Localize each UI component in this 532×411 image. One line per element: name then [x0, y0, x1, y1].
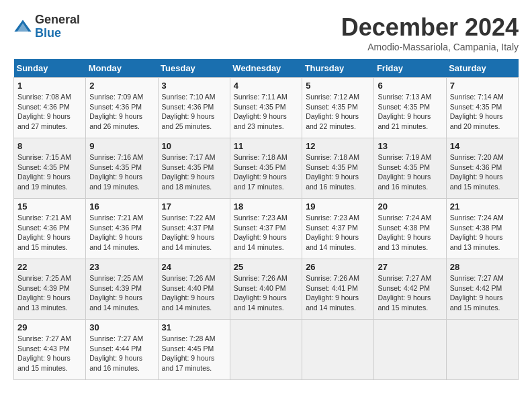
calendar-cell: 30 Sunrise: 7:27 AM Sunset: 4:44 PM Dayl… [86, 320, 158, 380]
day-number: 16 [89, 201, 154, 212]
day-header-saturday: Saturday [446, 59, 518, 78]
calendar-cell: 13 Sunrise: 7:19 AM Sunset: 4:35 PM Dayl… [374, 138, 446, 199]
day-info: Sunrise: 7:12 AM Sunset: 4:35 PM Dayligh… [306, 92, 370, 132]
day-info: Sunrise: 7:27 AM Sunset: 4:43 PM Dayligh… [17, 334, 82, 373]
day-header-thursday: Thursday [302, 59, 374, 78]
day-info: Sunrise: 7:21 AM Sunset: 4:36 PM Dayligh… [89, 213, 154, 253]
day-number: 28 [450, 262, 515, 272]
day-info: Sunrise: 7:18 AM Sunset: 4:35 PM Dayligh… [234, 152, 298, 192]
calendar-cell: 9 Sunrise: 7:16 AM Sunset: 4:35 PM Dayli… [86, 138, 158, 199]
calendar-cell: 5 Sunrise: 7:12 AM Sunset: 4:35 PM Dayli… [302, 78, 374, 138]
day-info: Sunrise: 7:28 AM Sunset: 4:45 PM Dayligh… [162, 334, 226, 373]
day-header-wednesday: Wednesday [230, 59, 302, 78]
calendar-cell: 12 Sunrise: 7:18 AM Sunset: 4:35 PM Dayl… [302, 138, 374, 199]
day-info: Sunrise: 7:15 AM Sunset: 4:35 PM Dayligh… [17, 152, 82, 192]
day-header-monday: Monday [86, 59, 158, 78]
day-info: Sunrise: 7:24 AM Sunset: 4:38 PM Dayligh… [450, 213, 515, 253]
calendar-cell: 15 Sunrise: 7:21 AM Sunset: 4:36 PM Dayl… [14, 199, 86, 259]
day-info: Sunrise: 7:25 AM Sunset: 4:39 PM Dayligh… [89, 273, 154, 313]
day-number: 14 [450, 141, 515, 151]
calendar-week-row: 8 Sunrise: 7:15 AM Sunset: 4:35 PM Dayli… [14, 138, 519, 199]
calendar-week-row: 1 Sunrise: 7:08 AM Sunset: 4:36 PM Dayli… [14, 78, 519, 138]
day-number: 18 [234, 201, 298, 212]
day-number: 29 [17, 322, 82, 332]
day-info: Sunrise: 7:14 AM Sunset: 4:35 PM Dayligh… [450, 92, 515, 132]
day-info: Sunrise: 7:11 AM Sunset: 4:35 PM Dayligh… [234, 92, 298, 132]
calendar-cell: 19 Sunrise: 7:23 AM Sunset: 4:37 PM Dayl… [302, 199, 374, 259]
calendar-cell: 21 Sunrise: 7:24 AM Sunset: 4:38 PM Dayl… [446, 199, 518, 259]
day-number: 11 [234, 141, 298, 151]
calendar-cell: 26 Sunrise: 7:26 AM Sunset: 4:41 PM Dayl… [302, 259, 374, 320]
calendar-cell [230, 320, 302, 380]
day-info: Sunrise: 7:25 AM Sunset: 4:39 PM Dayligh… [17, 273, 82, 313]
day-info: Sunrise: 7:17 AM Sunset: 4:35 PM Dayligh… [162, 152, 226, 192]
day-number: 10 [162, 141, 226, 151]
day-number: 6 [378, 81, 442, 91]
calendar-week-row: 29 Sunrise: 7:27 AM Sunset: 4:43 PM Dayl… [14, 320, 519, 380]
day-number: 7 [450, 81, 515, 91]
calendar-table: SundayMondayTuesdayWednesdayThursdayFrid… [13, 59, 519, 380]
day-number: 25 [234, 262, 298, 272]
calendar-cell: 14 Sunrise: 7:20 AM Sunset: 4:36 PM Dayl… [446, 138, 518, 199]
day-number: 4 [234, 81, 298, 91]
calendar-cell: 11 Sunrise: 7:18 AM Sunset: 4:35 PM Dayl… [230, 138, 302, 199]
calendar-cell: 29 Sunrise: 7:27 AM Sunset: 4:43 PM Dayl… [14, 320, 86, 380]
day-info: Sunrise: 7:26 AM Sunset: 4:41 PM Dayligh… [306, 273, 370, 313]
month-title: December 2024 [341, 13, 519, 42]
calendar-cell: 17 Sunrise: 7:22 AM Sunset: 4:37 PM Dayl… [158, 199, 230, 259]
day-number: 5 [306, 81, 370, 91]
day-number: 24 [162, 262, 226, 272]
calendar-week-row: 15 Sunrise: 7:21 AM Sunset: 4:36 PM Dayl… [14, 199, 519, 259]
day-info: Sunrise: 7:18 AM Sunset: 4:35 PM Dayligh… [306, 152, 370, 192]
day-info: Sunrise: 7:26 AM Sunset: 4:40 PM Dayligh… [162, 273, 226, 313]
day-number: 20 [378, 201, 442, 212]
calendar-header-row: SundayMondayTuesdayWednesdayThursdayFrid… [14, 59, 519, 78]
day-info: Sunrise: 7:10 AM Sunset: 4:36 PM Dayligh… [162, 92, 226, 132]
day-number: 12 [306, 141, 370, 151]
day-number: 2 [89, 81, 154, 91]
calendar-cell: 31 Sunrise: 7:28 AM Sunset: 4:45 PM Dayl… [158, 320, 230, 380]
day-number: 13 [378, 141, 442, 151]
logo: General Blue [13, 13, 80, 40]
calendar-cell: 4 Sunrise: 7:11 AM Sunset: 4:35 PM Dayli… [230, 78, 302, 138]
day-info: Sunrise: 7:26 AM Sunset: 4:40 PM Dayligh… [234, 273, 298, 313]
calendar-cell: 25 Sunrise: 7:26 AM Sunset: 4:40 PM Dayl… [230, 259, 302, 320]
day-number: 31 [162, 322, 226, 332]
day-number: 27 [378, 262, 442, 272]
calendar-cell [374, 320, 446, 380]
day-info: Sunrise: 7:27 AM Sunset: 4:42 PM Dayligh… [378, 273, 442, 313]
day-number: 22 [17, 262, 82, 272]
logo-general: General [35, 13, 80, 26]
day-number: 9 [89, 141, 154, 151]
location-subtitle: Amodio-Massariola, Campania, Italy [341, 42, 519, 52]
calendar-cell [446, 320, 518, 380]
calendar-body: 1 Sunrise: 7:08 AM Sunset: 4:36 PM Dayli… [14, 78, 519, 380]
logo-blue: Blue [35, 26, 61, 40]
calendar-cell: 22 Sunrise: 7:25 AM Sunset: 4:39 PM Dayl… [14, 259, 86, 320]
calendar-cell: 16 Sunrise: 7:21 AM Sunset: 4:36 PM Dayl… [86, 199, 158, 259]
day-number: 19 [306, 201, 370, 212]
day-info: Sunrise: 7:23 AM Sunset: 4:37 PM Dayligh… [306, 213, 370, 253]
day-info: Sunrise: 7:27 AM Sunset: 4:42 PM Dayligh… [450, 273, 515, 313]
day-info: Sunrise: 7:24 AM Sunset: 4:38 PM Dayligh… [378, 213, 442, 253]
day-info: Sunrise: 7:21 AM Sunset: 4:36 PM Dayligh… [17, 213, 82, 253]
day-number: 17 [162, 201, 226, 212]
day-number: 1 [17, 81, 82, 91]
calendar-cell: 23 Sunrise: 7:25 AM Sunset: 4:39 PM Dayl… [86, 259, 158, 320]
calendar-cell: 27 Sunrise: 7:27 AM Sunset: 4:42 PM Dayl… [374, 259, 446, 320]
calendar-cell: 18 Sunrise: 7:23 AM Sunset: 4:37 PM Dayl… [230, 199, 302, 259]
day-number: 26 [306, 262, 370, 272]
day-header-friday: Friday [374, 59, 446, 78]
day-number: 15 [17, 201, 82, 212]
day-number: 21 [450, 201, 515, 212]
day-info: Sunrise: 7:23 AM Sunset: 4:37 PM Dayligh… [234, 213, 298, 253]
day-info: Sunrise: 7:09 AM Sunset: 4:36 PM Dayligh… [89, 92, 154, 132]
calendar-cell: 20 Sunrise: 7:24 AM Sunset: 4:38 PM Dayl… [374, 199, 446, 259]
day-info: Sunrise: 7:20 AM Sunset: 4:36 PM Dayligh… [450, 152, 515, 192]
calendar-cell [302, 320, 374, 380]
day-header-sunday: Sunday [14, 59, 86, 78]
title-section: December 2024 Amodio-Massariola, Campani… [341, 13, 519, 52]
calendar-cell: 8 Sunrise: 7:15 AM Sunset: 4:35 PM Dayli… [14, 138, 86, 199]
day-header-tuesday: Tuesday [158, 59, 230, 78]
logo-icon [13, 17, 32, 36]
